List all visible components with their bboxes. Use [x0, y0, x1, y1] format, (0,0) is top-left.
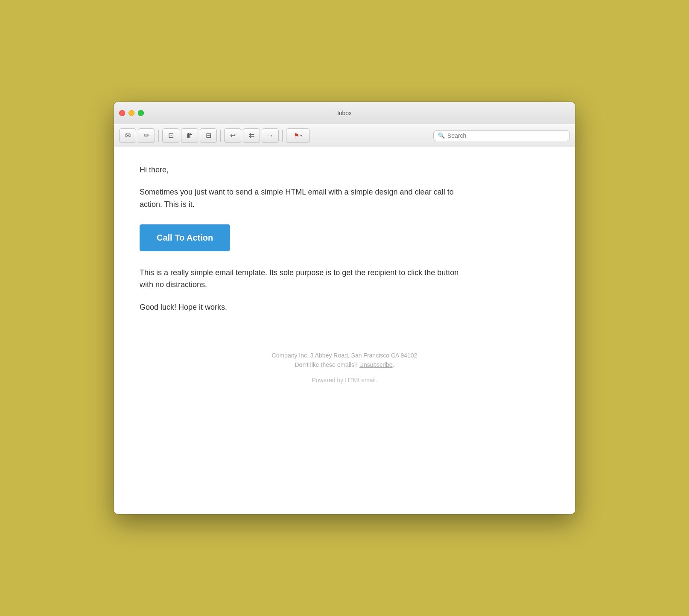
- search-input[interactable]: [447, 132, 565, 139]
- cta-button[interactable]: Call To Action: [140, 224, 230, 251]
- toolbar-separator-1: [158, 130, 159, 142]
- toolbar-group-mail: ✉ ✏: [119, 128, 155, 143]
- search-bar[interactable]: 🔍: [433, 130, 570, 141]
- toolbar-separator-2: [220, 130, 221, 142]
- footer-address: Company Inc, 3 Abbey Road, San Francisco…: [140, 352, 549, 359]
- reply-all-icon: ⇇: [249, 131, 254, 139]
- minimize-button[interactable]: [128, 110, 134, 116]
- flag-button[interactable]: ⚑ ▾: [286, 128, 310, 143]
- mail-icon: ✉: [125, 131, 131, 139]
- mail-window: Inbox ✉ ✏ ⊡ 🗑 ⊟ ↩: [114, 102, 575, 514]
- email-closing: Good luck! Hope it works.: [140, 301, 460, 314]
- forward-icon: →: [267, 132, 274, 139]
- toolbar: ✉ ✏ ⊡ 🗑 ⊟ ↩ ⇇: [114, 124, 575, 147]
- reply-button[interactable]: ↩: [224, 128, 241, 143]
- archive-button[interactable]: ⊡: [162, 128, 179, 143]
- unsub-text: Don't like these emails?: [295, 361, 357, 368]
- mail-button[interactable]: ✉: [119, 128, 136, 143]
- archive-icon: ⊡: [168, 131, 174, 139]
- traffic-lights: [119, 110, 144, 116]
- titlebar: Inbox: [114, 102, 575, 124]
- email-intro: Sometimes you just want to send a simple…: [140, 186, 460, 211]
- footer-powered: Powered by HTMLemail.: [140, 377, 549, 384]
- maximize-button[interactable]: [138, 110, 144, 116]
- forward-button[interactable]: →: [262, 128, 279, 143]
- compose-button[interactable]: ✏: [138, 128, 155, 143]
- email-footer: Company Inc, 3 Abbey Road, San Francisco…: [140, 339, 549, 384]
- toolbar-group-actions: ⊡ 🗑 ⊟: [162, 128, 217, 143]
- delete-button[interactable]: 🗑: [181, 128, 198, 143]
- search-icon: 🔍: [438, 132, 445, 139]
- reply-icon: ↩: [230, 131, 236, 139]
- compose-icon: ✏: [144, 131, 149, 139]
- move-button[interactable]: ⊟: [200, 128, 217, 143]
- toolbar-group-reply: ↩ ⇇ →: [224, 128, 279, 143]
- email-content-area: Hi there, Sometimes you just want to sen…: [114, 147, 575, 514]
- email-greeting: Hi there,: [140, 164, 460, 176]
- unsubscribe-link[interactable]: Unsubscribe: [359, 361, 393, 368]
- close-button[interactable]: [119, 110, 125, 116]
- move-icon: ⊟: [206, 131, 211, 139]
- flag-icon: ⚑: [294, 132, 299, 139]
- window-title: Inbox: [337, 110, 352, 116]
- footer-unsubscribe: Don't like these emails? Unsubscribe.: [140, 361, 549, 368]
- email-body: Hi there, Sometimes you just want to sen…: [140, 164, 460, 314]
- flag-dropdown-icon: ▾: [300, 133, 302, 138]
- email-description: This is a really simple email template. …: [140, 267, 460, 291]
- delete-icon: 🗑: [186, 132, 193, 139]
- toolbar-separator-3: [282, 130, 283, 142]
- reply-all-button[interactable]: ⇇: [243, 128, 260, 143]
